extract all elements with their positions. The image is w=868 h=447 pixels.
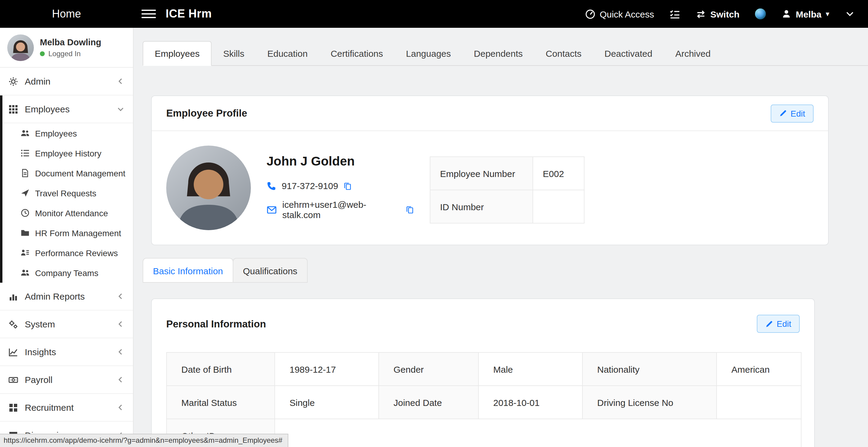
sidebar-group-label: System [25, 319, 110, 329]
sidebar-item-label: Document Management [35, 168, 125, 178]
employee-phone: 917-372-9109 [282, 181, 338, 191]
subtab-qualifications[interactable]: Qualifications [233, 258, 308, 283]
hamburger-menu-icon[interactable] [142, 7, 156, 21]
pencil-icon [765, 320, 773, 328]
sidebar-group-employees-header[interactable]: Employees [2, 95, 133, 123]
employee-id-table: Employee Number E002 ID Number [430, 156, 585, 224]
switch-arrows-icon [696, 9, 706, 19]
sidebar: Melba Dowling Logged In Admin Employees [0, 28, 133, 447]
joined-date-label: Joined Date [379, 386, 478, 419]
navbar-collapse-button[interactable] [845, 9, 855, 19]
user-label: Melba [796, 9, 822, 19]
tab-employees[interactable]: Employees [143, 41, 212, 66]
folder-icon [21, 228, 30, 237]
edit-profile-button[interactable]: Edit [771, 104, 814, 122]
driving-license-label: Driving License No [582, 386, 717, 419]
chevron-left-icon [117, 376, 125, 384]
switch-button[interactable]: Switch [696, 9, 740, 19]
employee-phone-row: 917-372-9109 [267, 181, 414, 191]
top-navbar: Home ICE Hrm Quick Access Switch [0, 0, 868, 28]
app-brand: ICE Hrm [166, 7, 212, 21]
profile-subtabs: Basic Information Qualifications [143, 258, 868, 283]
plane-icon [21, 188, 30, 197]
user-icon [782, 9, 792, 19]
tab-skills[interactable]: Skills [212, 42, 256, 65]
quick-access-button[interactable]: Quick Access [585, 9, 654, 19]
marital-status-label: Marital Status [166, 386, 275, 419]
sidebar-item-monitor-attendance[interactable]: Monitor Attendance [2, 203, 133, 223]
gender-value: Male [478, 352, 582, 386]
edit-personal-information-button[interactable]: Edit [757, 315, 800, 333]
tab-certifications[interactable]: Certifications [319, 42, 395, 65]
id-number-value [533, 190, 584, 223]
user-menu[interactable]: Melba ▾ [782, 9, 829, 19]
tab-archived[interactable]: Archived [664, 42, 722, 65]
sidebar-item-label: Performance Reviews [35, 248, 118, 258]
logged-in-dot-icon [40, 51, 45, 56]
employee-email: icehrm+user1@web-stalk.com [282, 199, 400, 220]
logged-in-label: Logged In [49, 49, 81, 58]
subtab-basic-information[interactable]: Basic Information [143, 258, 233, 283]
sidebar-user-status: Logged In [40, 49, 101, 58]
sidebar-item-label: Travel Requests [35, 188, 96, 198]
employee-contact-info: John J Golden 917-372-9109 icehrm+user1@… [267, 146, 414, 228]
tasks-button[interactable] [670, 9, 680, 19]
sidebar-group-employees: Employees Employees Employee History Doc… [0, 95, 133, 283]
tab-contacts[interactable]: Contacts [534, 42, 593, 65]
table-row: ID Number [430, 190, 584, 223]
tab-languages[interactable]: Languages [395, 42, 462, 65]
quick-access-label: Quick Access [600, 9, 654, 19]
status-bar-url: https://icehrm.com/app/demo-icehrm/?g=ad… [0, 434, 288, 447]
table-row: Marital Status Single Joined Date 2018-1… [166, 386, 801, 419]
gears-icon [8, 319, 18, 329]
copy-phone-icon[interactable] [344, 182, 352, 190]
sidebar-item-label: Monitor Attendance [35, 208, 108, 218]
sidebar-group-recruitment[interactable]: Recruitment [0, 394, 133, 422]
quick-access-compass-icon [585, 9, 595, 19]
sidebar-item-label: Employees [35, 128, 77, 138]
document-icon [21, 168, 30, 178]
sidebar-group-label: Admin Reports [25, 291, 110, 301]
sidebar-item-employee-history[interactable]: Employee History [2, 143, 133, 163]
sidebar-group-insights[interactable]: Insights [0, 338, 133, 366]
sidebar-item-company-teams[interactable]: Company Teams [2, 263, 133, 283]
sidebar-group-payroll[interactable]: Payroll [0, 366, 133, 394]
sidebar-item-label: HR Form Management [35, 228, 121, 238]
employee-email-row: icehrm+user1@web-stalk.com [267, 199, 414, 220]
tab-deactivated[interactable]: Deactivated [593, 42, 664, 65]
edit-label: Edit [790, 108, 805, 118]
globe-icon [755, 8, 766, 19]
sidebar-item-performance-reviews[interactable]: Performance Reviews [2, 243, 133, 263]
tab-dependents[interactable]: Dependents [462, 42, 534, 65]
sidebar-item-hr-form-management[interactable]: HR Form Management [2, 223, 133, 243]
sidebar-user-profile[interactable]: Melba Dowling Logged In [0, 28, 133, 68]
chevron-left-icon [117, 320, 125, 328]
people-icon [21, 268, 30, 277]
grid-icon [8, 403, 18, 412]
sidebar-group-system[interactable]: System [0, 311, 133, 338]
sidebar-group-label: Admin [25, 76, 110, 86]
gear-icon [8, 76, 18, 86]
copy-email-icon[interactable] [406, 205, 414, 214]
navbar-right: Quick Access Switch Melba ▾ [585, 8, 868, 19]
sidebar-user-name: Melba Dowling [40, 37, 101, 47]
employee-number-label: Employee Number [430, 157, 533, 190]
nationality-value: American [717, 352, 801, 386]
line-chart-icon [8, 347, 18, 357]
tab-education[interactable]: Education [256, 42, 319, 65]
sidebar-item-travel-requests[interactable]: Travel Requests [2, 183, 133, 203]
language-globe-button[interactable] [755, 8, 766, 19]
sidebar-item-document-management[interactable]: Document Management [2, 163, 133, 183]
sidebar-group-label: Payroll [25, 375, 110, 385]
sidebar-user-avatar [7, 34, 34, 61]
sidebar-group-admin-reports[interactable]: Admin Reports [0, 283, 133, 311]
chevron-left-icon [117, 77, 125, 85]
main-content: Employees Skills Education Certification… [133, 28, 868, 447]
sidebar-group-label: Employees [25, 104, 110, 114]
sidebar-item-employees[interactable]: Employees [2, 123, 133, 143]
nav-home-button[interactable]: Home [0, 7, 133, 20]
personal-information-table: Date of Birth 1989-12-17 Gender Male Nat… [166, 352, 802, 447]
employee-photo [166, 146, 251, 230]
personal-information-card: Personal Information Edit Date of Birth … [151, 298, 815, 447]
sidebar-group-admin[interactable]: Admin [0, 68, 133, 95]
